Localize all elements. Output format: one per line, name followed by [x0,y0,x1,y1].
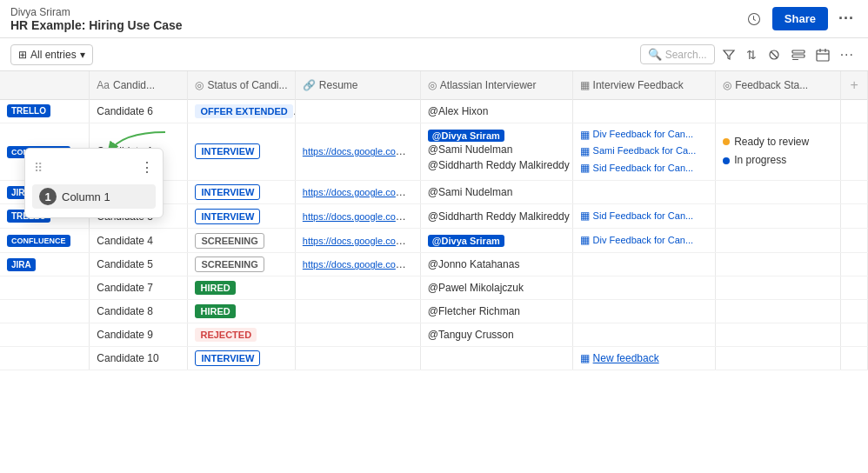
col-interviewer-label: Atlassian Interviewer [440,79,537,91]
interviewer-name: @Siddharth Reddy Malkireddy [428,157,565,173]
cell-interviewer [420,347,572,370]
cell-feedback-status [716,323,841,347]
cell-status: SCREENING [188,229,295,253]
resume-link[interactable]: https://docs.google.com/... [303,210,414,223]
feedback-link[interactable]: ▦Div Feedback for Can... [580,232,709,249]
resume-link[interactable]: https://docs.google.com/... [303,235,414,247]
col-header-tag[interactable] [0,71,90,99]
cell-interviewer: @Divya Sriram @Sami Nudelman@Siddharth R… [420,123,572,181]
cell-add [841,123,868,181]
calendar-button[interactable] [812,44,833,65]
new-feedback-text[interactable]: New feedback [593,352,659,364]
cell-feedback [572,253,716,276]
svg-rect-2 [792,50,805,53]
cell-candidate: Candidate 4 [90,229,188,253]
cell-add [841,229,868,253]
col-header-add[interactable]: + [841,71,868,99]
header: Divya Sriram HR Example: Hiring Use Case… [0,0,868,38]
feedback-status-item: In progress [723,151,833,170]
activity-button[interactable] [743,8,765,30]
cell-resume [295,99,420,123]
all-entries-button[interactable]: ⊞ All entries ▾ [10,44,93,65]
cell-add [841,300,868,323]
cell-add [841,323,868,347]
interviewer-name: @Alex Hixon [428,103,565,119]
toolbar: ⊞ All entries ▾ 🔍 Search... ⇅ ··· [0,38,868,71]
cell-status: INTERVIEW [188,181,295,204]
col-popup-more[interactable]: ⋮ [140,159,154,176]
feedback-link[interactable]: ▦Sid Feedback for Can... [580,160,709,177]
filter-button[interactable] [718,44,739,65]
header-user: Divya Sriram [10,6,183,18]
status-badge: SCREENING [195,256,264,272]
interviewer-highlight: @Divya Sriram [428,235,504,247]
hide-button[interactable] [764,44,785,65]
table-row: CONFLUENCECandidate 4SCREENINGhttps://do… [0,229,868,253]
cell-interviewer: @Divya Sriram [420,229,572,253]
interviewer-name: @Sami Nudelman [428,184,565,200]
cell-status: INTERVIEW [188,123,295,181]
cell-tag [0,276,90,300]
cell-tag [0,300,90,323]
feedback-link[interactable]: ▦Sid Feedback for Can... [580,208,709,224]
col-header-resume[interactable]: 🔗Resume [295,71,420,99]
cell-candidate: Candidate 8 [90,300,188,323]
cell-interviewer: @Sami Nudelman [420,181,572,204]
group-button[interactable] [788,44,809,65]
more-toolbar-button[interactable]: ··· [837,43,858,66]
status-badge: OFFER EXTENDED [195,104,292,118]
main-table: AaCandid... ◎Status of Candi... 🔗Resume … [0,71,868,370]
cell-interviewer: @Fletcher Richman [420,300,572,323]
cell-feedback [572,276,716,300]
feedback-link[interactable]: ▦Sami Feedback for Ca... [580,143,709,160]
drag-dots: ⠿ [34,161,43,175]
cell-tag [0,347,90,370]
resume-link[interactable]: https://docs.google.com/... [303,145,414,157]
col-header-status[interactable]: ◎Status of Candi... [188,71,295,99]
tag-badge: JIRA [7,258,36,271]
feedback-text: Div Feedback for Can... [593,233,694,249]
svg-rect-3 [792,55,805,57]
cell-resume: https://docs.google.com/... [295,181,420,204]
col-header-feedbacksta[interactable]: ◎Feedback Sta... [716,71,841,99]
dot-blue-icon [723,157,730,164]
sort-icon: ⇅ [746,48,757,62]
cell-resume: https://docs.google.com/... [295,229,420,253]
svg-rect-5 [817,50,829,61]
feedback-link[interactable]: ▦Div Feedback for Can... [580,127,709,143]
feedback-text: Sid Feedback for Can... [593,161,694,177]
col-popup-circle: 1 [39,188,57,205]
tag-badge: TRELLO [7,104,50,117]
cell-feedback: ▦Div Feedback for Can... [572,229,716,253]
interviewer-name: @Tanguy Crusson [428,327,565,343]
interviewer-name: @Fletcher Richman [428,303,565,319]
group-icon [791,48,805,62]
new-feedback-link[interactable]: ▦New feedback [580,352,709,364]
status-badge: HIRED [195,281,235,295]
svg-line-1 [771,51,778,58]
search-box[interactable]: 🔍 Search... [640,44,715,64]
more-options-button[interactable]: ··· [835,6,858,31]
resume-link[interactable]: https://docs.google.com/... [303,186,414,198]
interviewer-name: @Pawel Mikolajczuk [428,280,565,296]
interviewer-highlight: @Divya Sriram [428,130,504,142]
col-popup-header: ⠿ ⋮ [25,154,163,181]
filter-icon [722,48,736,62]
share-button[interactable]: Share [772,7,828,30]
col-feedbacksta-icon: ◎ [723,79,731,91]
cell-add [841,99,868,123]
col-header-feedback[interactable]: ▦Interview Feedback [572,71,716,99]
cell-feedback-status [716,181,841,204]
col-header-candidate[interactable]: AaCandid... [90,71,188,99]
feedback-doc-icon: ▦ [580,208,590,224]
dot-orange-icon [723,138,730,145]
resume-link[interactable]: https://docs.google.com/... [303,258,414,270]
cell-feedback-status [716,300,841,323]
cell-candidate: Candidate 10 [90,347,188,370]
cell-resume [295,276,420,300]
cell-status: HIRED [188,276,295,300]
sort-button[interactable]: ⇅ [743,44,760,65]
col-candidate-label: Candid... [113,79,155,91]
col-header-interviewer[interactable]: ◎Atlassian Interviewer [420,71,572,99]
cell-candidate: Candidate 7 [90,276,188,300]
